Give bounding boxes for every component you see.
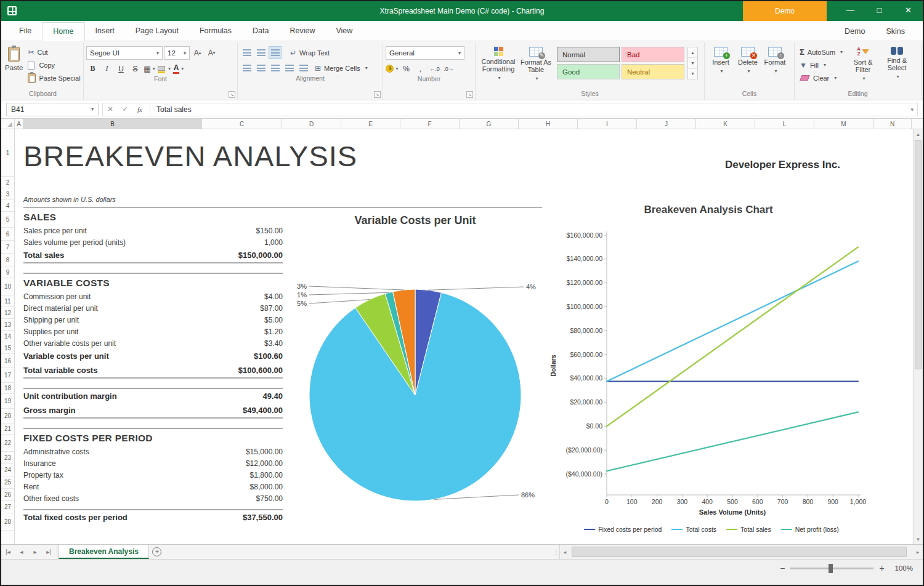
horizontal-scroll-thumb[interactable]	[572, 547, 907, 557]
insert-cells-button[interactable]: + Insert▾	[707, 44, 734, 75]
find-select-button[interactable]: Find & Select▾	[881, 44, 913, 81]
next-sheet-button[interactable]: ▸	[28, 545, 42, 559]
line-chart[interactable]: Breakeven Analysis Chart$160,000.00$140,…	[548, 198, 875, 523]
row-header-20[interactable]: 20	[1, 409, 14, 423]
row-header-7[interactable]: 7	[1, 241, 14, 254]
column-header-g[interactable]: G	[460, 119, 519, 129]
sheet-row[interactable]: Sales price per unit$150.00	[23, 225, 283, 236]
pie-chart[interactable]: 4%86%5%1%3%	[286, 211, 545, 518]
column-header-a[interactable]: A	[15, 119, 23, 129]
conditional-formatting-button[interactable]: Conditional Formatting ▾	[478, 44, 519, 82]
autosum-button[interactable]: Σ AutoSum▾	[797, 46, 845, 58]
sheet-row[interactable]: SALES	[23, 208, 283, 225]
column-header-l[interactable]: L	[755, 119, 814, 129]
sheet-row[interactable]: VARIABLE COSTS	[23, 274, 283, 291]
row-header-28[interactable]: 28	[1, 513, 14, 531]
sheet-row[interactable]: Total variable costs$100,600.00	[23, 363, 283, 377]
demo-highlight-button[interactable]: Demo	[743, 1, 827, 21]
column-header-k[interactable]: K	[696, 119, 755, 129]
row-header-5[interactable]: 5	[1, 212, 14, 228]
formula-field[interactable]: ✕ ✓ fx Total sales ▾	[102, 103, 918, 116]
column-header-e[interactable]: E	[341, 119, 400, 129]
cell-style-bad[interactable]: Bad	[622, 47, 684, 62]
ribbon-tab-view[interactable]: View	[325, 22, 363, 41]
row-header-10[interactable]: 10	[1, 278, 14, 295]
ribbon-tab-insert[interactable]: Insert	[85, 22, 125, 41]
cut-button[interactable]: ✂ Cut	[25, 46, 83, 58]
bold-button[interactable]: B	[86, 62, 99, 75]
format-cells-button[interactable]: ↕ Format▾	[761, 44, 788, 75]
fill-button[interactable]: ▼ Fill▾	[797, 58, 845, 71]
confirm-entry-icon[interactable]: ✓	[118, 105, 132, 113]
font-size-select[interactable]: 12▾	[164, 46, 190, 60]
paste-special-button[interactable]: Paste Special	[25, 71, 83, 84]
sort-filter-button[interactable]: AZ Sort & Filter▾	[845, 44, 881, 82]
row-header-26[interactable]: 26	[1, 489, 14, 501]
row-header-27[interactable]: 27	[1, 501, 14, 513]
sheet-row[interactable]: Shipping per unit$5.00	[23, 314, 283, 326]
sheet-row[interactable]: Unit contribution margin49.40	[23, 389, 283, 403]
column-header-d[interactable]: D	[282, 119, 341, 129]
previous-sheet-button[interactable]: ◂	[15, 545, 28, 559]
sheet-row[interactable]: Variable costs per unit$100.60	[23, 349, 283, 363]
column-header-n[interactable]: N	[873, 119, 912, 129]
align-top-button[interactable]	[240, 46, 253, 59]
horizontal-scrollbar[interactable]: ◂ ▸	[559, 545, 923, 559]
scroll-left-icon[interactable]: ◂	[560, 549, 570, 555]
sheet-row[interactable]: Gross margin$49,400.00	[23, 403, 283, 417]
row-header-11[interactable]: 11	[1, 295, 14, 307]
row-header-25[interactable]: 25	[1, 476, 14, 489]
zoom-out-button[interactable]: −	[780, 564, 785, 572]
clear-button[interactable]: Clear▾	[797, 71, 845, 84]
ribbon-tab-review[interactable]: Review	[279, 22, 325, 41]
row-header-4[interactable]: 4	[1, 200, 14, 212]
cell-style-neutral[interactable]: Neutral	[622, 64, 684, 79]
scroll-up-icon[interactable]: ▲	[914, 129, 923, 139]
formula-bar-expand-icon[interactable]: ▾	[910, 106, 917, 113]
ribbon-tab-skins[interactable]: Skins	[875, 23, 915, 41]
percent-style-button[interactable]: %	[400, 62, 413, 75]
ribbon-tab-home[interactable]: Home	[42, 22, 84, 41]
row-header-12[interactable]: 12	[1, 307, 14, 319]
align-right-button[interactable]	[269, 62, 282, 74]
row-header-2[interactable]: 2	[1, 177, 14, 188]
name-box[interactable]: B41▾	[6, 103, 99, 116]
row-header-18[interactable]: 18	[1, 383, 14, 394]
style-gallery-scroll[interactable]: ▲▼▼	[687, 47, 698, 79]
decrease-decimal-button[interactable]: .0→	[442, 62, 455, 75]
last-sheet-button[interactable]: ▸|	[42, 545, 55, 559]
row-header-9[interactable]: 9	[1, 267, 14, 278]
ribbon-tab-page-layout[interactable]: Page Layout	[125, 22, 189, 41]
row-header-1[interactable]: 1	[1, 129, 14, 177]
sheet-row[interactable]: Direct material per unit$87.00	[23, 302, 283, 314]
close-button[interactable]: ✕	[894, 1, 923, 21]
ribbon-tab-file[interactable]: File	[9, 22, 42, 41]
zoom-slider-thumb[interactable]	[829, 564, 833, 573]
sheet-row[interactable]: Property tax$1,800.00	[23, 469, 283, 481]
decrease-indent-button[interactable]	[283, 62, 296, 74]
zoom-slider[interactable]	[790, 568, 873, 569]
sheet-row[interactable]: Supplies per unit$1.20	[23, 326, 283, 337]
zoom-in-button[interactable]: +	[879, 564, 884, 572]
cell-style-normal[interactable]: Normal	[557, 47, 620, 62]
sheet-row[interactable]: Sales volume per period (units)1,000	[23, 236, 283, 248]
cell-style-good[interactable]: Good	[557, 64, 620, 79]
minimize-button[interactable]: —	[836, 1, 865, 21]
column-header-i[interactable]: I	[578, 119, 637, 129]
number-dialog-launcher-icon[interactable]: ↘	[466, 91, 473, 98]
wrap-text-button[interactable]: ↵ Wrap Text	[288, 46, 332, 59]
row-header-8[interactable]: 8	[1, 254, 14, 267]
column-header-m[interactable]: M	[814, 119, 873, 129]
paste-button[interactable]: Paste	[5, 44, 23, 71]
font-name-select[interactable]: Segoe UI▾	[86, 46, 163, 60]
vertical-scrollbar[interactable]: ▲ ▼	[913, 129, 923, 544]
sheet-row[interactable]: Commission per unit$4.00	[23, 291, 283, 302]
row-header-17[interactable]: 17	[1, 368, 14, 383]
column-header-f[interactable]: F	[400, 119, 460, 129]
vertical-scroll-thumb[interactable]	[915, 140, 922, 369]
column-header-j[interactable]: J	[637, 119, 696, 129]
splitter-handle[interactable]: ⋮	[553, 548, 559, 555]
ribbon-tab-formulas[interactable]: Formulas	[189, 22, 242, 41]
sheet-row[interactable]: Total fixed costs per period$37,550.00	[23, 510, 283, 524]
delete-cells-button[interactable]: ✕ Delete▾	[734, 44, 761, 75]
